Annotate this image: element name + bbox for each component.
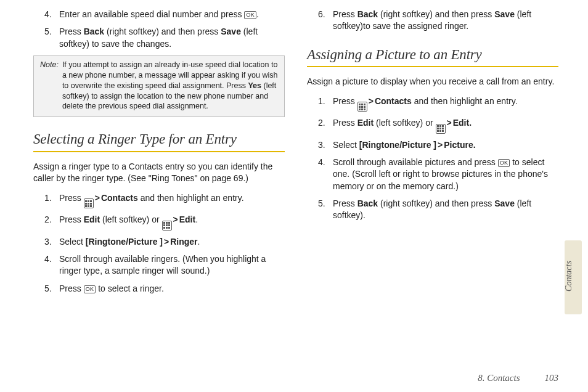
step-body: Press Edit (left softkey) or >Edit. [333, 118, 472, 128]
section-side-tab: Contacts [565, 240, 582, 314]
two-column-layout: 4.Enter an available speed dial number a… [0, 0, 588, 300]
step-number: 2. [44, 214, 52, 226]
bold-text: Contacts [101, 193, 138, 203]
bold-text: Edit. [453, 118, 472, 128]
breadcrumb-separator: > [446, 118, 453, 128]
ringer-intro: Assign a ringer type to a Contacts entry… [33, 161, 285, 185]
menu-key-icon [84, 198, 94, 208]
ok-key-icon: OK [498, 159, 510, 167]
heading-underline [307, 66, 558, 67]
breadcrumb-separator: > [163, 237, 170, 247]
step-body: Scroll through available pictures and pr… [333, 157, 548, 191]
step-body: Scroll through available ringers. (When … [59, 254, 266, 276]
step-body: Press Back (right softkey) and then pres… [333, 198, 531, 220]
breadcrumb-separator: > [367, 96, 375, 106]
step-item: 4.Scroll through available pictures and … [307, 157, 558, 192]
bold-text: Contacts [375, 96, 412, 106]
menu-key-icon [357, 102, 367, 112]
ok-key-icon: OK [84, 285, 96, 293]
step-item: 3.Select [Ringtone/Picture ]>Ringer. [33, 236, 285, 248]
note-label: Note: [40, 60, 59, 112]
step-number: 5. [44, 26, 52, 38]
note-body: If you attempt to assign an already in-u… [62, 60, 278, 112]
step-number: 3. [318, 139, 325, 151]
bold-text: Back [84, 27, 104, 36]
left-column: 4.Enter an available speed dial number a… [33, 9, 285, 300]
manual-page: 4.Enter an available speed dial number a… [0, 0, 588, 392]
bold-text: Picture. [444, 140, 475, 150]
step-item: 2.Press Edit (left softkey) or >Edit. [33, 214, 285, 231]
bold-text: Back [357, 198, 378, 208]
picture-intro: Assign a picture to display when you rec… [307, 76, 558, 88]
footer-page-number: 103 [545, 373, 559, 383]
step-item: 2.Press Edit (left softkey) or >Edit. [307, 117, 558, 134]
step-number: 3. [44, 236, 52, 248]
bold-text: Back [357, 9, 378, 19]
step-number: 5. [44, 283, 52, 295]
step-number: 4. [44, 9, 52, 20]
breadcrumb-separator: > [172, 214, 179, 224]
note-box: Note: If you attempt to assign an alread… [33, 55, 285, 117]
bold-text: Edit [84, 214, 100, 224]
step-number: 2. [318, 117, 325, 129]
breadcrumb-separator: > [94, 193, 101, 203]
step-number: 1. [44, 192, 52, 204]
bold-text: Save [494, 9, 515, 19]
ringer-steps-cont: 6.Press Back (right softkey) and then pr… [307, 9, 558, 33]
step-item: 3.Select [Ringtone/Picture ]>Picture. [307, 139, 558, 151]
ok-key-icon: OK [244, 11, 256, 19]
menu-key-icon [436, 124, 446, 134]
bold-text: Edit [179, 214, 195, 224]
bold-text: Yes [248, 81, 261, 90]
picture-steps: 1.Press >Contacts and then highlight an … [307, 96, 558, 222]
bold-text: Edit [357, 118, 374, 128]
side-tab-label: Contacts [564, 261, 574, 292]
right-column: 6.Press Back (right softkey) and then pr… [307, 9, 558, 300]
bold-text: Save [221, 27, 241, 36]
bold-text: Save [494, 198, 515, 208]
heading-ringer: Selecting a Ringer Type for an Entry [33, 129, 285, 149]
step-number: 4. [44, 253, 52, 265]
footer-chapter: 8. Contacts [478, 373, 520, 383]
ringer-steps: 1.Press >Contacts and then highlight an … [33, 192, 285, 295]
page-footer: 8. Contacts 103 [478, 373, 558, 383]
step-number: 1. [318, 96, 325, 107]
step-item: 6.Press Back (right softkey) and then pr… [307, 9, 558, 33]
step-item: 5.Press Back (right softkey) and then pr… [33, 26, 285, 50]
step-body: Enter an available speed dial number and… [59, 9, 259, 19]
step-body: Press >Contacts and then highlight an en… [333, 96, 518, 106]
step-body: Select [Ringtone/Picture ]>Ringer. [59, 237, 200, 247]
step-body: Press OK to select a ringer. [59, 284, 164, 293]
step-body: Press Back (right softkey) and then pres… [59, 27, 258, 48]
menu-key-icon [162, 221, 172, 231]
breadcrumb-separator: > [436, 140, 444, 150]
step-number: 6. [318, 9, 325, 20]
step-item: 4.Enter an available speed dial number a… [33, 9, 285, 20]
step-item: 5.Press OK to select a ringer. [33, 283, 285, 295]
speed-dial-steps-cont: 4.Enter an available speed dial number a… [33, 9, 285, 50]
step-body: Press >Contacts and then highlight an en… [59, 193, 244, 203]
heading-picture: Assigning a Picture to an Entry [307, 45, 558, 65]
bold-text: [Ringtone/Picture ] [359, 140, 436, 150]
step-body: Press Edit (left softkey) or >Edit. [59, 214, 198, 224]
step-number: 4. [318, 157, 325, 168]
bold-text: [Ringtone/Picture ] [86, 237, 163, 247]
step-item: 4.Scroll through available ringers. (Whe… [33, 253, 285, 277]
step-number: 5. [318, 198, 325, 210]
step-item: 1.Press >Contacts and then highlight an … [33, 192, 285, 209]
step-body: Press Back (right softkey) and then pres… [333, 9, 531, 31]
step-item: 5.Press Back (right softkey) and then pr… [307, 198, 558, 222]
step-body: Select [Ringtone/Picture ]>Picture. [333, 140, 476, 150]
bold-text: Ringer [170, 237, 197, 247]
step-item: 1.Press >Contacts and then highlight an … [307, 96, 558, 112]
heading-underline [33, 151, 285, 152]
